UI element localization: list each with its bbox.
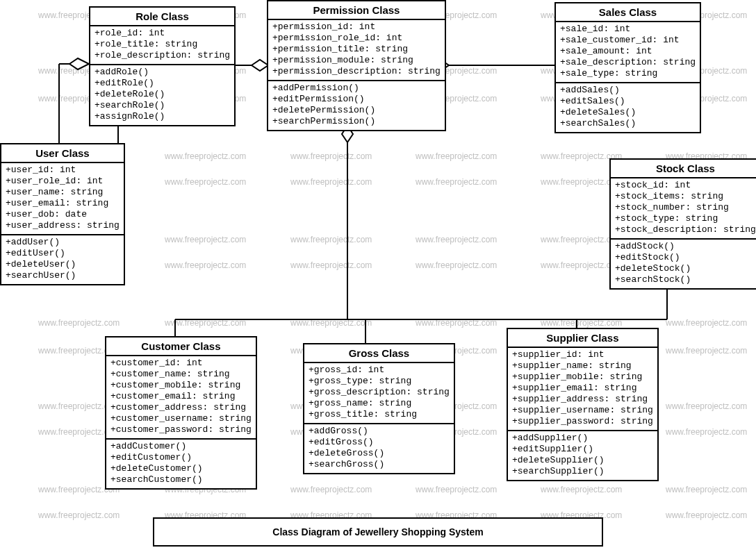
class-attributes: +role_id: int +role_title: string +role_…: [90, 26, 234, 65]
watermark-text: www.freeprojectz.com: [666, 427, 747, 437]
class-title: Permission Class: [268, 1, 445, 20]
watermark-text: www.freeprojectz.com: [290, 177, 372, 187]
watermark-text: www.freeprojectz.com: [165, 235, 246, 244]
watermark-text: www.freeprojectz.com: [416, 485, 497, 494]
watermark-text: www.freeprojectz.com: [290, 260, 372, 270]
class-methods: +addGross() +editGross() +deleteGross() …: [304, 424, 454, 473]
watermark-text: www.freeprojectz.com: [165, 151, 246, 161]
watermark-text: www.freeprojectz.com: [666, 510, 747, 520]
class-methods: +addPermission() +editPermission() +dele…: [268, 81, 445, 130]
class-stock: Stock Class +stock_id: int +stock_items:…: [609, 158, 756, 290]
class-methods: +addUser() +editUser() +deleteUser() +se…: [1, 235, 124, 284]
diagram-canvas: www.freeprojectz.comwww.freeprojectz.com…: [0, 0, 756, 550]
class-role: Role Class +role_id: int +role_title: st…: [89, 6, 236, 126]
watermark-text: www.freeprojectz.com: [416, 318, 497, 328]
class-title: User Class: [1, 144, 124, 163]
watermark-text: www.freeprojectz.com: [416, 151, 497, 161]
watermark-text: www.freeprojectz.com: [38, 318, 120, 328]
watermark-text: www.freeprojectz.com: [666, 485, 747, 494]
watermark-text: www.freeprojectz.com: [666, 346, 747, 356]
class-attributes: +user_id: int +user_role_id: int +user_n…: [1, 163, 124, 235]
watermark-text: www.freeprojectz.com: [666, 318, 747, 328]
class-title: Supplier Class: [508, 329, 657, 348]
class-supplier: Supplier Class +supplier_id: int +suppli…: [507, 328, 659, 481]
class-methods: +addSales() +editSales() +deleteSales() …: [556, 83, 700, 132]
watermark-text: www.freeprojectz.com: [165, 177, 246, 187]
watermark-text: www.freeprojectz.com: [38, 510, 120, 520]
watermark-text: www.freeprojectz.com: [666, 401, 747, 411]
class-methods: +addStock() +editStock() +deleteStock() …: [611, 240, 756, 288]
class-customer: Customer Class +customer_id: int +custom…: [105, 336, 257, 490]
class-sales: Sales Class +sale_id: int +sale_customer…: [554, 2, 701, 133]
class-methods: +addSupplier() +editSupplier() +deleteSu…: [508, 431, 657, 480]
class-title: Customer Class: [106, 338, 256, 356]
watermark-text: www.freeprojectz.com: [541, 485, 622, 494]
class-attributes: +supplier_id: int +supplier_name: string…: [508, 348, 657, 431]
class-attributes: +gross_id: int +gross_type: string +gros…: [304, 363, 454, 424]
watermark-text: www.freeprojectz.com: [416, 177, 497, 187]
class-attributes: +customer_id: int +customer_name: string…: [106, 356, 256, 440]
class-attributes: +sale_id: int +sale_customer_id: int +sa…: [556, 22, 700, 83]
watermark-text: www.freeprojectz.com: [416, 235, 497, 244]
watermark-text: www.freeprojectz.com: [541, 318, 622, 328]
class-title: Gross Class: [304, 344, 454, 363]
watermark-text: www.freeprojectz.com: [290, 485, 372, 494]
diagram-caption: Class Diagram of Jewellery Shopping Syst…: [153, 517, 603, 547]
class-attributes: +permission_id: int +permission_role_id:…: [268, 20, 445, 81]
class-user: User Class +user_id: int +user_role_id: …: [0, 143, 125, 285]
class-methods: +addRole() +editRole() +deleteRole() +se…: [90, 65, 234, 125]
watermark-text: www.freeprojectz.com: [165, 260, 246, 270]
watermark-text: www.freeprojectz.com: [165, 318, 246, 328]
watermark-text: www.freeprojectz.com: [290, 318, 372, 328]
svg-marker-1: [252, 60, 268, 71]
watermark-text: www.freeprojectz.com: [290, 151, 372, 161]
class-title: Role Class: [90, 8, 234, 26]
svg-marker-7: [69, 58, 89, 69]
class-title: Stock Class: [611, 160, 756, 178]
watermark-text: www.freeprojectz.com: [416, 260, 497, 270]
class-permission: Permission Class +permission_id: int +pe…: [267, 0, 446, 131]
class-title: Sales Class: [556, 3, 700, 22]
class-methods: +addCustomer() +editCustomer() +deleteCu…: [106, 440, 256, 488]
class-attributes: +stock_id: int +stock_items: string +sto…: [611, 178, 756, 240]
class-gross: Gross Class +gross_id: int +gross_type: …: [303, 343, 455, 474]
watermark-text: www.freeprojectz.com: [290, 235, 372, 244]
